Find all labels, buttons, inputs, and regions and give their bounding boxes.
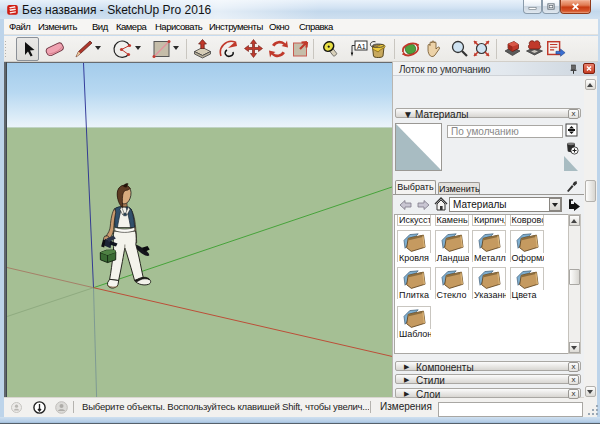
svg-text:A1: A1	[357, 43, 366, 50]
